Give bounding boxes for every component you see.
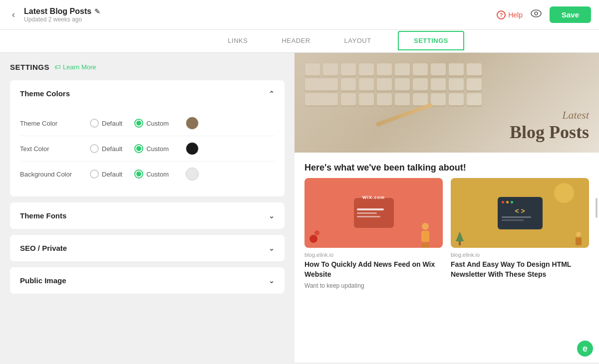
bg-color-custom-option[interactable]: Custom — [134, 170, 177, 179]
header-right: ? Help Save — [497, 6, 591, 23]
bg-color-radio-group: Default Custom — [90, 168, 275, 181]
card-1-source: blog.elink.io — [304, 252, 443, 258]
bg-color-default-label: Default — [102, 171, 122, 178]
text-color-swatch[interactable] — [186, 142, 199, 155]
text-color-default-label: Default — [102, 145, 122, 153]
blog-card-2-image: < > — [451, 178, 589, 248]
nav-tabs: LINKS HEADER LAYOUT SETTINGS — [0, 30, 599, 53]
back-button[interactable]: ‹ — [8, 7, 19, 22]
scroll-indicator[interactable] — [596, 198, 598, 218]
card-1-title: How To Quickly Add News Feed on Wix Webs… — [304, 260, 443, 279]
main-content: SETTINGS 🏷 Learn More Theme Colors ⌃ The… — [0, 53, 599, 363]
help-circle-icon: ? — [497, 10, 506, 19]
theme-color-swatch[interactable] — [186, 117, 199, 130]
theme-color-row: Theme Color Default Custom — [20, 111, 275, 136]
seo-private-title: SEO / Private — [20, 244, 67, 252]
hero-latest-text: Latest — [510, 109, 589, 122]
theme-color-default-option[interactable]: Default — [90, 119, 130, 128]
theme-color-label: Theme Color — [20, 120, 90, 127]
theme-fonts-header[interactable]: Theme Fonts ⌄ — [10, 202, 285, 229]
bg-color-default-radio[interactable] — [90, 170, 99, 179]
right-panel: Latest Blog Posts Here's what we've been… — [295, 53, 599, 363]
tab-links[interactable]: LINKS — [226, 30, 250, 52]
public-image-header[interactable]: Public Image ⌄ — [10, 267, 285, 294]
bg-color-swatch[interactable] — [186, 168, 199, 181]
page-title-text: Latest Blog Posts — [24, 7, 91, 16]
theme-color-default-radio[interactable] — [90, 119, 99, 128]
learn-more-label: Learn More — [63, 63, 96, 71]
tab-layout[interactable]: LAYOUT — [342, 30, 373, 52]
text-color-radio-group: Default Custom — [90, 142, 275, 155]
chevron-down-icon-3: ⌄ — [269, 277, 275, 285]
blog-hero: Latest Blog Posts — [295, 53, 599, 153]
theme-fonts-section: Theme Fonts ⌄ — [10, 202, 285, 229]
bg-color-row: Background Color Default Custom — [20, 162, 275, 186]
preview-content: Latest Blog Posts Here's what we've been… — [295, 53, 599, 363]
theme-colors-title: Theme Colors — [20, 89, 70, 98]
theme-color-custom-label: Custom — [146, 120, 169, 127]
text-color-custom-label: Custom — [146, 145, 169, 153]
hero-posts-text: Blog Posts — [510, 122, 589, 143]
card-1-excerpt: Want to keep updating — [304, 282, 443, 289]
blog-card-1: WiX.com — [304, 178, 443, 289]
tab-settings[interactable]: SETTINGS — [398, 31, 464, 50]
eye-icon — [531, 9, 542, 17]
bg-color-label: Background Color — [20, 171, 90, 178]
svg-point-0 — [531, 10, 541, 17]
text-color-label: Text Color — [20, 145, 90, 153]
settings-title: SETTINGS — [10, 63, 49, 71]
seo-private-section: SEO / Private ⌄ — [10, 235, 285, 261]
card-2-title: Fast And Easy Way To Design HTML Newslet… — [451, 260, 589, 279]
public-image-section: Public Image ⌄ — [10, 267, 285, 294]
blog-cards: WiX.com — [295, 178, 599, 289]
bg-color-custom-radio[interactable] — [134, 170, 143, 179]
text-color-row: Text Color Default Custom — [20, 136, 275, 162]
public-image-title: Public Image — [20, 276, 66, 285]
blog-card-2: < > — [451, 178, 589, 289]
theme-colors-header[interactable]: Theme Colors ⌃ — [10, 80, 285, 107]
settings-header: SETTINGS 🏷 Learn More — [10, 63, 285, 71]
tag-icon: 🏷 — [54, 63, 61, 71]
svg-point-1 — [535, 12, 538, 15]
help-button[interactable]: ? Help — [497, 10, 523, 19]
preview-heading: Here's what we've been talking about! — [295, 153, 599, 178]
bg-color-default-option[interactable]: Default — [90, 170, 130, 179]
preview-button[interactable] — [531, 9, 542, 20]
theme-colors-body: Theme Color Default Custom — [10, 107, 285, 196]
header: ‹ Latest Blog Posts ✎ Updated 2 weeks ag… — [0, 0, 599, 30]
chevron-up-icon: ⌃ — [269, 90, 275, 98]
bg-color-custom-label: Custom — [146, 171, 169, 178]
theme-color-custom-option[interactable]: Custom — [134, 119, 177, 128]
header-left: ‹ Latest Blog Posts ✎ Updated 2 weeks ag… — [8, 7, 100, 23]
chevron-down-icon-2: ⌄ — [269, 244, 275, 252]
learn-more-link[interactable]: 🏷 Learn More — [54, 63, 96, 71]
theme-fonts-title: Theme Fonts — [20, 211, 66, 220]
theme-color-default-label: Default — [102, 120, 122, 127]
blog-hero-text: Latest Blog Posts — [510, 109, 589, 143]
help-label: Help — [508, 11, 523, 19]
page-title: Latest Blog Posts ✎ — [24, 7, 100, 16]
edit-icon[interactable]: ✎ — [94, 7, 100, 15]
title-group: Latest Blog Posts ✎ Updated 2 weeks ago — [24, 7, 100, 23]
seo-private-header[interactable]: SEO / Private ⌄ — [10, 235, 285, 261]
blog-card-1-image: WiX.com — [304, 178, 443, 248]
text-color-custom-option[interactable]: Custom — [134, 144, 177, 153]
page-subtitle: Updated 2 weeks ago — [24, 16, 100, 23]
chevron-down-icon: ⌄ — [269, 212, 275, 220]
theme-colors-section: Theme Colors ⌃ Theme Color Default Custo… — [10, 80, 285, 196]
theme-color-custom-radio[interactable] — [134, 119, 143, 128]
text-color-default-option[interactable]: Default — [90, 144, 130, 153]
text-color-default-radio[interactable] — [90, 144, 99, 153]
save-button[interactable]: Save — [550, 6, 591, 23]
card-2-source: blog.elink.io — [451, 252, 589, 258]
left-panel: SETTINGS 🏷 Learn More Theme Colors ⌃ The… — [0, 53, 295, 363]
theme-color-radio-group: Default Custom — [90, 117, 275, 130]
text-color-custom-radio[interactable] — [134, 144, 143, 153]
elink-logo: e — [576, 340, 594, 358]
tab-header[interactable]: HEADER — [280, 30, 312, 52]
